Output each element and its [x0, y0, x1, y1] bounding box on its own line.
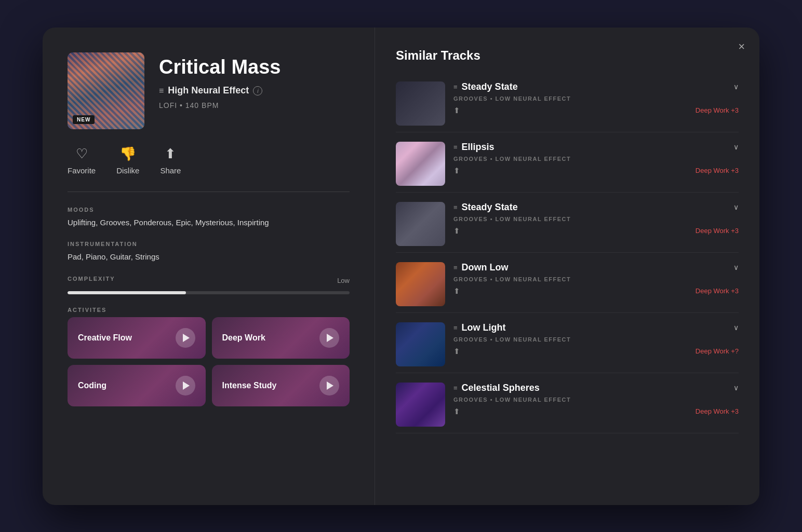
dislike-label: Dislike	[116, 166, 139, 175]
play-button[interactable]	[176, 328, 195, 348]
track-title: Critical Mass	[159, 57, 280, 78]
activity-card-creative-flow[interactable]: Creative Flow	[68, 317, 206, 359]
chevron-down-icon[interactable]: ∨	[733, 384, 739, 392]
activities-section: ACTIVITES Creative Flow Deep Work Coding	[68, 307, 350, 406]
track-lines-icon: ≡	[453, 324, 458, 332]
track-thumbnail[interactable]	[396, 322, 445, 366]
info-icon[interactable]: i	[253, 86, 262, 96]
share-icon[interactable]: ⬆	[453, 166, 460, 175]
play-button[interactable]	[319, 376, 339, 395]
activity-name: Intense Study	[222, 381, 277, 390]
track-thumbnail[interactable]	[396, 142, 445, 186]
activities-label: ACTIVITES	[68, 307, 350, 313]
instrumentation-section: INSTRUMENTATION Pad, Piano, Guitar, Stri…	[68, 241, 350, 263]
track-item-name: ≡ Steady State	[453, 202, 518, 213]
share-icon: ⬆	[165, 146, 176, 162]
track-item-meta: GROOVES • LOW NEURAL EFFECT	[453, 336, 739, 343]
play-button[interactable]	[176, 376, 195, 395]
track-lines-icon: ≡	[453, 143, 458, 151]
moods-label: MOODS	[68, 207, 350, 213]
track-item-info: ≡ Steady State ∨ GROOVES • LOW NEURAL EF…	[453, 202, 739, 246]
track-meta: LOFI • 140 BPM	[159, 101, 280, 110]
chevron-down-icon[interactable]: ∨	[733, 83, 739, 91]
chevron-down-icon[interactable]: ∨	[733, 323, 739, 332]
track-name-row: ≡ Celestial Spheres ∨	[453, 383, 739, 393]
new-badge: NEW	[73, 115, 95, 124]
activities-grid: Creative Flow Deep Work Coding	[68, 317, 350, 406]
instrumentation-value: Pad, Piano, Guitar, Strings	[68, 251, 350, 263]
chevron-down-icon[interactable]: ∨	[733, 263, 739, 271]
share-label: Share	[160, 166, 181, 175]
track-item-meta: GROOVES • LOW NEURAL EFFECT	[453, 156, 739, 162]
chevron-down-icon[interactable]: ∨	[733, 203, 739, 211]
deep-work-tag[interactable]: Deep Work +?	[696, 347, 739, 355]
close-button[interactable]: ×	[738, 40, 745, 53]
share-icon[interactable]: ⬆	[453, 287, 460, 296]
share-icon[interactable]: ⬆	[453, 407, 460, 416]
share-icon[interactable]: ⬆	[453, 347, 460, 356]
track-name-row: ≡ Steady State ∨	[453, 202, 739, 213]
track-thumbnail[interactable]	[396, 202, 445, 246]
deep-work-tag[interactable]: Deep Work +3	[696, 287, 739, 295]
activity-card-coding[interactable]: Coding	[68, 365, 206, 406]
track-item: ≡ Steady State ∨ GROOVES • LOW NEURAL EF…	[396, 75, 739, 132]
track-lines-icon: ≡	[453, 203, 458, 211]
track-name-row: ≡ Down Low ∨	[453, 262, 739, 273]
track-thumbnail[interactable]	[396, 81, 445, 126]
activity-name: Creative Flow	[78, 333, 132, 343]
complexity-level: Low	[337, 276, 350, 286]
neural-effect-row: ≡ High Neural Effect i	[159, 85, 280, 96]
share-button[interactable]: ⬆ Share	[160, 146, 181, 175]
action-buttons: ♡ Favorite 👎 Dislike ⬆ Share	[68, 146, 350, 175]
similar-tracks-title: Similar Tracks	[396, 48, 739, 63]
track-item-footer: ⬆ Deep Work +3	[453, 166, 739, 175]
dislike-button[interactable]: 👎 Dislike	[116, 146, 139, 175]
track-lines-icon: ≡	[453, 264, 458, 271]
activity-card-intense-study[interactable]: Intense Study	[212, 365, 350, 406]
share-icon[interactable]: ⬆	[453, 106, 460, 115]
track-item-name: ≡ Steady State	[453, 81, 518, 92]
track-item: ≡ Ellipsis ∨ GROOVES • LOW NEURAL EFFECT…	[396, 135, 739, 193]
thumbs-down-icon: 👎	[119, 146, 136, 162]
track-name-row: ≡ Low Light ∨	[453, 322, 739, 333]
track-thumbnail[interactable]	[396, 262, 445, 306]
track-item-meta: GROOVES • LOW NEURAL EFFECT	[453, 276, 739, 282]
track-item: ≡ Down Low ∨ GROOVES • LOW NEURAL EFFECT…	[396, 256, 739, 313]
track-info: Critical Mass ≡ High Neural Effect i LOF…	[159, 52, 280, 110]
moods-section: MOODS Uplifting, Grooves, Ponderous, Epi…	[68, 207, 350, 229]
track-item-footer: ⬆ Deep Work +3	[453, 407, 739, 416]
deep-work-tag[interactable]: Deep Work +3	[696, 106, 739, 114]
app-container: × NEW Critical Mass ≡ High Neural Effect…	[43, 28, 759, 505]
right-panel: Similar Tracks ≡ Steady State ∨ GROOVES …	[375, 28, 759, 505]
track-item-footer: ⬆ Deep Work +?	[453, 347, 739, 356]
play-triangle-icon	[327, 334, 333, 342]
track-item-info: ≡ Celestial Spheres ∨ GROOVES • LOW NEUR…	[453, 383, 739, 427]
deep-work-tag[interactable]: Deep Work +3	[696, 227, 739, 235]
album-art: NEW	[68, 52, 144, 129]
track-thumbnail[interactable]	[396, 383, 445, 427]
track-item-meta: GROOVES • LOW NEURAL EFFECT	[453, 397, 739, 403]
track-item-info: ≡ Down Low ∨ GROOVES • LOW NEURAL EFFECT…	[453, 262, 739, 306]
complexity-bar-fill	[68, 291, 186, 294]
play-button[interactable]	[319, 328, 339, 348]
instrumentation-label: INSTRUMENTATION	[68, 241, 350, 247]
share-icon[interactable]: ⬆	[453, 226, 460, 236]
chevron-down-icon[interactable]: ∨	[733, 143, 739, 151]
track-item-name: ≡ Down Low	[453, 262, 509, 273]
track-item-info: ≡ Low Light ∨ GROOVES • LOW NEURAL EFFEC…	[453, 322, 739, 366]
deep-work-tag[interactable]: Deep Work +3	[696, 407, 739, 415]
complexity-row: COMPLEXITY Low	[68, 276, 350, 286]
complexity-bar-bg	[68, 291, 350, 294]
track-name-row: ≡ Steady State ∨	[453, 81, 739, 92]
deep-work-tag[interactable]: Deep Work +3	[696, 167, 739, 174]
heart-icon: ♡	[76, 146, 88, 162]
favorite-button[interactable]: ♡ Favorite	[68, 146, 96, 175]
tracks-list: ≡ Steady State ∨ GROOVES • LOW NEURAL EF…	[396, 75, 739, 433]
play-triangle-icon	[183, 381, 190, 390]
track-item-meta: GROOVES • LOW NEURAL EFFECT	[453, 96, 739, 102]
activity-card-deep-work[interactable]: Deep Work	[212, 317, 350, 359]
track-item: ≡ Celestial Spheres ∨ GROOVES • LOW NEUR…	[396, 376, 739, 433]
complexity-section: COMPLEXITY Low	[68, 276, 350, 294]
track-item: ≡ Steady State ∨ GROOVES • LOW NEURAL EF…	[396, 196, 739, 253]
track-item-meta: GROOVES • LOW NEURAL EFFECT	[453, 216, 739, 222]
